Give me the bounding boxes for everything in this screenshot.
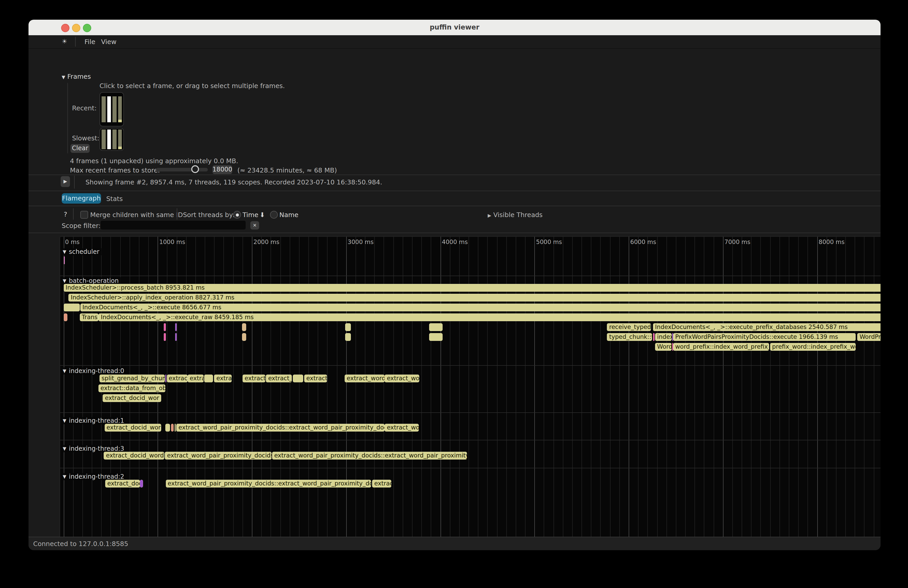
scope-filter-input[interactable] [101,221,246,230]
tab-stats[interactable]: Stats [106,195,123,202]
frame-thumb-bar[interactable] [107,130,111,149]
frames-section-header[interactable]: ▼ Frames [62,72,91,80]
sort-time-label[interactable]: Time [243,211,258,218]
sort-name-label[interactable]: Name [279,211,298,218]
flame-span[interactable] [164,323,166,331]
slider-knob[interactable] [191,165,199,173]
flame-span[interactable]: extract_word_pair_proximity_docids::extr… [177,424,384,432]
flame-span[interactable] [164,333,166,341]
frame-thumb-bar[interactable] [118,96,122,122]
flame-span[interactable]: WordPr [858,333,881,341]
thread-header-scheduler[interactable]: ▼scheduler [63,248,101,255]
flame-span[interactable]: split_grenad_by_chun [100,374,165,382]
collapse-icon: ▼ [63,249,66,254]
sort-direction-icon[interactable]: ⬇ [260,211,265,218]
flame-span[interactable]: extrac [372,480,391,487]
flame-span[interactable] [63,304,80,312]
sort-name-radio[interactable] [270,211,278,218]
flame-span[interactable]: extract_wo [385,374,419,382]
flame-span[interactable]: extract_docid_word [104,452,164,459]
sort-threads-label: Sort threads by: [183,211,235,218]
thread-section-border [60,440,881,440]
frame-thumb-bar[interactable] [101,96,105,122]
thread-header-indexing-thread:3[interactable]: ▼indexing-thread:3 [63,445,126,452]
help-button[interactable]: ? [64,210,67,218]
flame-span[interactable] [174,424,176,432]
play-button[interactable]: ▶ [61,176,70,187]
flame-span[interactable] [140,480,143,487]
frame-thumb-bar[interactable] [107,96,111,122]
axis-tick-label: 3000 ms [348,238,374,246]
flame-span[interactable]: PrefixWordPairsProximityDocids::execute … [673,333,856,341]
flame-span[interactable] [429,333,443,341]
frame-thumb-bar[interactable] [118,130,122,149]
flame-span[interactable]: IndexDocuments<_, _>::execute 8656.677 m… [80,304,881,312]
flame-span[interactable]: typed_chunk::w [607,333,652,341]
flame-span[interactable] [293,374,303,382]
flame-span[interactable] [345,333,351,341]
flame-span[interactable]: extract [167,374,187,382]
thread-header-indexing-thread:0[interactable]: ▼indexing-thread:0 [63,367,126,374]
tab-flamegraph[interactable]: Flamegraph [62,193,101,204]
flame-span[interactable]: IndexScheduler>::process_batch 8953.821 … [63,284,881,292]
flame-span[interactable] [171,424,174,432]
flame-span[interactable]: extract_docid_wor [103,394,161,402]
visible-threads-toggle[interactable]: ▶ Visible Threads [488,211,543,218]
flame-span[interactable] [242,333,246,341]
flame-span[interactable] [165,424,170,432]
flame-span[interactable] [204,374,213,382]
flame-span[interactable]: extract_ [266,374,292,382]
clear-frames-button[interactable]: Clear [71,144,90,153]
flame-span[interactable]: extract [304,374,327,382]
app-menu-icon[interactable]: ☀ [62,38,68,45]
flame-span[interactable]: IndexDocuments<_, _>::execute_prefix_dat… [653,323,881,331]
frame-thumb-bar[interactable] [101,130,105,149]
flame-span[interactable] [63,257,64,264]
flame-span[interactable]: Word [655,343,672,351]
menu-view[interactable]: View [101,38,116,46]
max-frames-slider[interactable] [156,168,208,172]
recent-frames-thumbnail[interactable] [100,92,124,126]
frame-thumb-bar[interactable] [113,96,116,122]
flame-span[interactable] [165,374,166,382]
flame-span[interactable]: prefix_word::index_prefix_wo [770,343,856,351]
sort-time-radio[interactable] [233,211,241,218]
collapse-icon: ▼ [63,368,66,374]
flame-span[interactable]: receive_typed_ [607,323,651,331]
flame-span[interactable]: extract_ [243,374,266,382]
flame-span[interactable]: extract_word [345,374,384,382]
flame-span[interactable]: extrac [214,374,232,382]
flame-span[interactable]: extract_docid_wor [105,424,161,432]
max-frames-value[interactable]: 18000 [213,165,232,174]
menu-file[interactable]: File [84,38,95,46]
thread-header-indexing-thread:1[interactable]: ▼indexing-thread:1 [63,417,126,424]
flame-span[interactable] [653,333,655,341]
flame-span[interactable]: extra [188,374,204,382]
flame-span[interactable]: extract_word_pair_proximity_docids::extr… [272,452,467,459]
thread-header-indexing-thread:2[interactable]: ▼indexing-thread:2 [63,473,126,480]
frame-thumb-bar[interactable] [113,130,116,149]
flame-span-label: typed_chunk::w [607,333,652,341]
slowest-frames-thumbnail[interactable] [100,128,124,151]
flame-span[interactable] [345,323,351,331]
flame-span[interactable] [242,323,246,331]
flame-span[interactable]: extract_doc [105,480,140,487]
flame-span[interactable]: IndexScheduler>::apply_index_operation 8… [69,294,881,302]
collapse-icon: ▼ [62,75,65,80]
flame-span[interactable]: index [655,333,672,341]
flame-span-label: extract_wo [385,424,419,431]
flame-span[interactable] [64,313,68,321]
radio-dot [235,213,239,216]
merge-children-checkbox[interactable] [80,211,88,218]
flame-span[interactable] [429,323,443,331]
flamegraph-canvas[interactable]: 0 ms0 ms1000 ms1000 ms2000 ms2000 ms3000… [60,236,881,550]
thread-header-batch-operation[interactable]: ▼batch-operation [63,277,121,284]
flame-span[interactable]: extract_word_pair_proximity_docids [165,452,271,459]
clear-filter-button[interactable]: ✕ [250,221,259,230]
flame-span[interactable]: Trans [80,313,98,321]
flame-span[interactable]: extract::data_from_ob [98,384,165,392]
flame-span[interactable]: extract_word_pair_proximity_docids::extr… [166,480,371,487]
flame-span[interactable]: extract_wo [385,424,419,432]
flame-span[interactable]: IndexDocuments<_, _>::execute_raw 8459.1… [99,313,881,321]
flame-span[interactable]: word_prefix::index_word_prefix_ [673,343,769,351]
